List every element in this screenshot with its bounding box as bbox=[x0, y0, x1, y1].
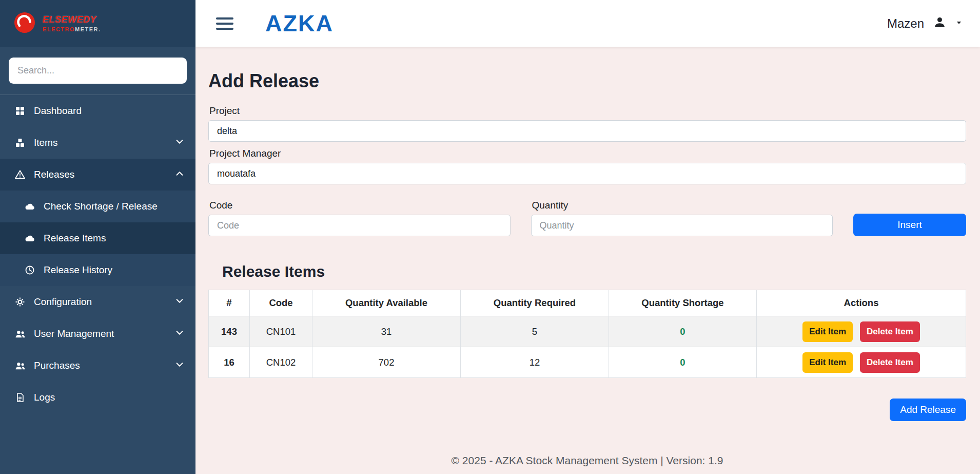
project-field: Project bbox=[208, 105, 966, 142]
code-input[interactable] bbox=[208, 215, 511, 236]
cell-available: 31 bbox=[312, 316, 461, 347]
sidebar-item-configuration[interactable]: Configuration bbox=[0, 286, 195, 318]
quantity-label: Quantity bbox=[532, 200, 833, 211]
sidebar-search bbox=[0, 47, 195, 95]
users-icon bbox=[14, 360, 26, 371]
chevron-down-icon bbox=[175, 328, 184, 340]
users-icon bbox=[14, 328, 26, 339]
sidebar: ELSEWEDY ELECTROMETER. Dashboard Items bbox=[0, 0, 195, 474]
cell-code: CN101 bbox=[250, 316, 312, 347]
sidebar-item-label: User Management bbox=[34, 328, 114, 339]
sidebar-item-label: Check Shortage / Release bbox=[44, 201, 158, 212]
table-row: 143 CN101 31 5 0 Edit Item Delete Item bbox=[209, 316, 966, 347]
main-panel: Add Release Project Project Manager Code… bbox=[195, 47, 980, 474]
clock-icon bbox=[24, 264, 35, 276]
chevron-down-icon bbox=[175, 137, 184, 149]
company-logo[interactable]: ELSEWEDY ELECTROMETER. bbox=[0, 0, 195, 47]
cell-shortage: 0 bbox=[609, 316, 757, 347]
search-input[interactable] bbox=[9, 58, 187, 84]
cell-code: CN102 bbox=[250, 347, 312, 378]
topbar: AZKA Mazen bbox=[195, 0, 980, 47]
elsewedy-logo-icon bbox=[13, 11, 36, 36]
project-manager-field: Project Manager bbox=[208, 148, 966, 184]
chevron-down-icon bbox=[175, 360, 184, 372]
project-label: Project bbox=[209, 105, 966, 117]
col-header-code: Code bbox=[250, 290, 312, 316]
quantity-input[interactable] bbox=[531, 215, 833, 236]
cloud-icon bbox=[24, 201, 35, 212]
sidebar-item-label: Release Items bbox=[44, 233, 106, 244]
add-release-row: Add Release bbox=[208, 399, 966, 421]
code-quantity-row: Code Quantity Insert bbox=[208, 200, 966, 236]
code-label: Code bbox=[209, 200, 511, 211]
logo-line1: ELSEWEDY bbox=[43, 14, 96, 25]
person-icon bbox=[933, 16, 946, 31]
sidebar-item-label: Items bbox=[34, 137, 57, 148]
sidebar-item-check-shortage-release[interactable]: Check Shortage / Release bbox=[0, 191, 195, 222]
gear-icon bbox=[14, 296, 26, 308]
cell-required: 12 bbox=[461, 347, 609, 378]
chevron-up-icon bbox=[175, 169, 184, 181]
sidebar-item-releases[interactable]: Releases bbox=[0, 159, 195, 191]
delete-item-button[interactable]: Delete Item bbox=[860, 352, 920, 373]
insert-button[interactable]: Insert bbox=[853, 214, 966, 236]
sidebar-item-release-items[interactable]: Release Items bbox=[0, 222, 195, 254]
col-header-shortage: Quantity Shortage bbox=[609, 290, 757, 316]
project-manager-input[interactable] bbox=[208, 163, 966, 184]
table-header-row: # Code Quantity Available Quantity Requi… bbox=[209, 290, 966, 316]
sidebar-item-dashboard[interactable]: Dashboard bbox=[0, 95, 195, 127]
sidebar-item-label: Purchases bbox=[34, 360, 80, 371]
delete-item-button[interactable]: Delete Item bbox=[860, 321, 920, 342]
table-row: 16 CN102 702 12 0 Edit Item Delete Item bbox=[209, 347, 966, 378]
sidebar-item-label: Logs bbox=[34, 392, 55, 403]
sidebar-item-items[interactable]: Items bbox=[0, 127, 195, 159]
project-manager-label: Project Manager bbox=[209, 148, 966, 159]
quantity-field: Quantity bbox=[531, 200, 833, 236]
cell-shortage: 0 bbox=[609, 347, 757, 378]
footer-text: © 2025 - AZKA Stock Management System | … bbox=[208, 444, 966, 474]
sidebar-item-purchases[interactable]: Purchases bbox=[0, 350, 195, 382]
cell-required: 5 bbox=[461, 316, 609, 347]
release-items-title: Release Items bbox=[222, 263, 966, 280]
cell-actions: Edit Item Delete Item bbox=[757, 347, 966, 378]
app-root: ELSEWEDY ELECTROMETER. Dashboard Items bbox=[0, 0, 980, 474]
logo-text: ELSEWEDY ELECTROMETER. bbox=[43, 14, 101, 32]
release-items-table: # Code Quantity Available Quantity Requi… bbox=[208, 290, 966, 378]
caret-down-icon bbox=[955, 19, 963, 28]
grid-icon bbox=[14, 105, 26, 117]
page-title: Add Release bbox=[208, 70, 966, 92]
sidebar-item-label: Dashboard bbox=[34, 105, 82, 117]
logo-line2: ELECTROMETER. bbox=[43, 26, 101, 32]
sidebar-item-logs[interactable]: Logs bbox=[0, 382, 195, 413]
sidebar-item-label: Releases bbox=[34, 169, 74, 180]
file-icon bbox=[14, 392, 26, 403]
content-area: AZKA Mazen Add Release Project Project M… bbox=[195, 0, 980, 474]
hamburger-menu-icon[interactable] bbox=[214, 15, 236, 32]
edit-item-button[interactable]: Edit Item bbox=[802, 352, 853, 373]
warning-triangle-icon bbox=[14, 169, 26, 180]
col-header-actions: Actions bbox=[757, 290, 966, 316]
chevron-down-icon bbox=[175, 296, 184, 308]
user-name: Mazen bbox=[887, 16, 924, 31]
cell-available: 702 bbox=[312, 347, 461, 378]
sidebar-item-label: Release History bbox=[44, 264, 112, 276]
sidebar-item-label: Configuration bbox=[34, 296, 92, 308]
cell-id: 143 bbox=[209, 316, 250, 347]
sidebar-nav: Dashboard Items Releases bbox=[0, 95, 195, 413]
code-field: Code bbox=[208, 200, 511, 236]
cell-id: 16 bbox=[209, 347, 250, 378]
brand-logo[interactable]: AZKA bbox=[265, 10, 334, 37]
col-header-available: Quantity Available bbox=[312, 290, 461, 316]
edit-item-button[interactable]: Edit Item bbox=[802, 321, 853, 342]
boxes-icon bbox=[14, 137, 26, 148]
sidebar-item-user-management[interactable]: User Management bbox=[0, 318, 195, 350]
cell-actions: Edit Item Delete Item bbox=[757, 316, 966, 347]
cloud-icon bbox=[24, 233, 35, 244]
project-input[interactable] bbox=[208, 120, 966, 142]
add-release-button[interactable]: Add Release bbox=[890, 399, 966, 421]
user-menu[interactable]: Mazen bbox=[887, 16, 963, 31]
sidebar-item-release-history[interactable]: Release History bbox=[0, 254, 195, 286]
col-header-index: # bbox=[209, 290, 250, 316]
col-header-required: Quantity Required bbox=[461, 290, 609, 316]
